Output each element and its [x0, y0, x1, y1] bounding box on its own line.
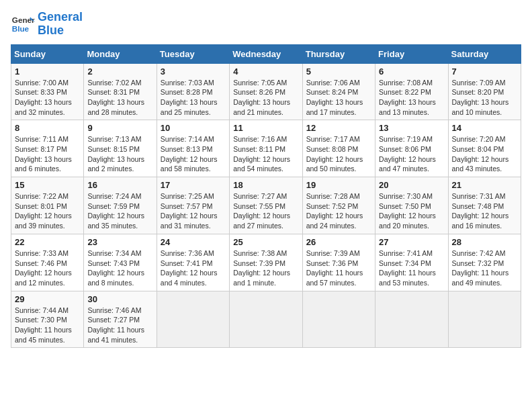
calendar-cell: 30Sunrise: 7:46 AMSunset: 7:27 PMDayligh… [84, 291, 157, 348]
col-friday: Friday [375, 44, 448, 63]
calendar-table: Sunday Monday Tuesday Wednesday Thursday… [11, 44, 521, 349]
calendar-cell: 5Sunrise: 7:06 AMSunset: 8:24 PMDaylight… [302, 63, 375, 120]
col-thursday: Thursday [302, 44, 375, 63]
cell-info: Sunrise: 7:03 AMSunset: 8:28 PMDaylight:… [161, 79, 218, 116]
calendar-cell: 8Sunrise: 7:11 AMSunset: 8:17 PMDaylight… [11, 120, 84, 177]
col-saturday: Saturday [448, 44, 521, 63]
cell-info: Sunrise: 7:06 AMSunset: 8:24 PMDaylight:… [306, 79, 363, 116]
calendar-cell [230, 291, 302, 348]
calendar-cell [448, 291, 521, 348]
cell-info: Sunrise: 7:20 AMSunset: 8:04 PMDaylight:… [452, 135, 509, 173]
day-number: 16 [87, 180, 152, 190]
calendar-cell [375, 291, 448, 348]
cell-info: Sunrise: 7:46 AMSunset: 7:27 PMDaylight:… [87, 306, 144, 344]
header-row: Sunday Monday Tuesday Wednesday Thursday… [11, 44, 521, 63]
day-number: 1 [15, 66, 80, 77]
cell-info: Sunrise: 7:00 AMSunset: 8:33 PMDaylight:… [15, 79, 72, 116]
logo: General Blue GeneralBlue [11, 11, 83, 38]
cell-info: Sunrise: 7:13 AMSunset: 8:15 PMDaylight:… [87, 135, 144, 173]
cell-info: Sunrise: 7:25 AMSunset: 7:57 PMDaylight:… [161, 192, 218, 230]
day-number: 29 [15, 294, 80, 304]
calendar-cell: 7Sunrise: 7:09 AMSunset: 8:20 PMDaylight… [448, 63, 521, 120]
calendar-cell: 15Sunrise: 7:22 AMSunset: 8:01 PMDayligh… [11, 177, 84, 234]
day-number: 8 [15, 123, 80, 133]
cell-info: Sunrise: 7:09 AMSunset: 8:20 PMDaylight:… [452, 79, 509, 116]
calendar-week-2: 8Sunrise: 7:11 AMSunset: 8:17 PMDaylight… [11, 120, 521, 177]
cell-info: Sunrise: 7:16 AMSunset: 8:11 PMDaylight:… [233, 135, 290, 173]
calendar-cell: 17Sunrise: 7:25 AMSunset: 7:57 PMDayligh… [157, 177, 229, 234]
day-number: 12 [306, 123, 371, 133]
calendar-cell: 29Sunrise: 7:44 AMSunset: 7:30 PMDayligh… [11, 291, 84, 348]
col-tuesday: Tuesday [157, 44, 229, 63]
calendar-cell: 24Sunrise: 7:36 AMSunset: 7:41 PMDayligh… [157, 234, 229, 291]
day-number: 19 [306, 180, 371, 190]
cell-info: Sunrise: 7:17 AMSunset: 8:08 PMDaylight:… [306, 135, 363, 173]
calendar-cell: 13Sunrise: 7:19 AMSunset: 8:06 PMDayligh… [375, 120, 448, 177]
calendar-cell: 10Sunrise: 7:14 AMSunset: 8:13 PMDayligh… [157, 120, 229, 177]
calendar-week-1: 1Sunrise: 7:00 AMSunset: 8:33 PMDaylight… [11, 63, 521, 120]
day-number: 10 [161, 123, 226, 133]
cell-info: Sunrise: 7:24 AMSunset: 7:59 PMDaylight:… [87, 192, 144, 230]
calendar-cell: 2Sunrise: 7:02 AMSunset: 8:31 PMDaylight… [84, 63, 157, 120]
calendar-cell: 6Sunrise: 7:08 AMSunset: 8:22 PMDaylight… [375, 63, 448, 120]
cell-info: Sunrise: 7:36 AMSunset: 7:41 PMDaylight:… [161, 249, 218, 287]
col-monday: Monday [84, 44, 157, 63]
calendar-cell: 22Sunrise: 7:33 AMSunset: 7:46 PMDayligh… [11, 234, 84, 291]
calendar-cell: 9Sunrise: 7:13 AMSunset: 8:15 PMDaylight… [84, 120, 157, 177]
calendar-cell: 19Sunrise: 7:28 AMSunset: 7:52 PMDayligh… [302, 177, 375, 234]
cell-info: Sunrise: 7:19 AMSunset: 8:06 PMDaylight:… [379, 135, 436, 173]
calendar-cell [157, 291, 229, 348]
day-number: 27 [379, 237, 444, 247]
day-number: 4 [233, 66, 298, 77]
day-number: 23 [87, 237, 152, 247]
cell-info: Sunrise: 7:05 AMSunset: 8:26 PMDaylight:… [233, 79, 290, 116]
calendar-week-4: 22Sunrise: 7:33 AMSunset: 7:46 PMDayligh… [11, 234, 521, 291]
day-number: 3 [161, 66, 226, 77]
day-number: 6 [379, 66, 444, 77]
calendar-cell: 25Sunrise: 7:38 AMSunset: 7:39 PMDayligh… [230, 234, 302, 291]
cell-info: Sunrise: 7:38 AMSunset: 7:39 PMDaylight:… [233, 249, 290, 287]
cell-info: Sunrise: 7:31 AMSunset: 7:48 PMDaylight:… [452, 192, 509, 230]
day-number: 24 [161, 237, 226, 247]
cell-info: Sunrise: 7:08 AMSunset: 8:22 PMDaylight:… [379, 79, 436, 116]
day-number: 18 [233, 180, 298, 190]
day-number: 26 [306, 237, 371, 247]
calendar-week-5: 29Sunrise: 7:44 AMSunset: 7:30 PMDayligh… [11, 291, 521, 348]
calendar-cell: 21Sunrise: 7:31 AMSunset: 7:48 PMDayligh… [448, 177, 521, 234]
cell-info: Sunrise: 7:30 AMSunset: 7:50 PMDaylight:… [379, 192, 436, 230]
cell-info: Sunrise: 7:42 AMSunset: 7:32 PMDaylight:… [452, 249, 509, 287]
logo-text: GeneralBlue [38, 11, 83, 38]
calendar-cell: 23Sunrise: 7:34 AMSunset: 7:43 PMDayligh… [84, 234, 157, 291]
day-number: 5 [306, 66, 371, 77]
calendar-cell: 28Sunrise: 7:42 AMSunset: 7:32 PMDayligh… [448, 234, 521, 291]
day-number: 22 [15, 237, 80, 247]
day-number: 14 [452, 123, 517, 133]
logo-icon: General Blue [11, 12, 35, 36]
calendar-cell: 11Sunrise: 7:16 AMSunset: 8:11 PMDayligh… [230, 120, 302, 177]
cell-info: Sunrise: 7:41 AMSunset: 7:34 PMDaylight:… [379, 249, 436, 287]
day-number: 25 [233, 237, 298, 247]
cell-info: Sunrise: 7:02 AMSunset: 8:31 PMDaylight:… [87, 79, 144, 116]
day-number: 13 [379, 123, 444, 133]
calendar-cell: 27Sunrise: 7:41 AMSunset: 7:34 PMDayligh… [375, 234, 448, 291]
calendar-cell: 18Sunrise: 7:27 AMSunset: 7:55 PMDayligh… [230, 177, 302, 234]
day-number: 7 [452, 66, 517, 77]
cell-info: Sunrise: 7:28 AMSunset: 7:52 PMDaylight:… [306, 192, 363, 230]
day-number: 11 [233, 123, 298, 133]
day-number: 15 [15, 180, 80, 190]
col-sunday: Sunday [11, 44, 84, 63]
cell-info: Sunrise: 7:44 AMSunset: 7:30 PMDaylight:… [15, 306, 72, 344]
calendar-cell: 20Sunrise: 7:30 AMSunset: 7:50 PMDayligh… [375, 177, 448, 234]
cell-info: Sunrise: 7:33 AMSunset: 7:46 PMDaylight:… [15, 249, 72, 287]
page-header: General Blue GeneralBlue [11, 11, 521, 38]
cell-info: Sunrise: 7:22 AMSunset: 8:01 PMDaylight:… [15, 192, 72, 230]
calendar-cell: 14Sunrise: 7:20 AMSunset: 8:04 PMDayligh… [448, 120, 521, 177]
cell-info: Sunrise: 7:14 AMSunset: 8:13 PMDaylight:… [161, 135, 218, 173]
calendar-week-3: 15Sunrise: 7:22 AMSunset: 8:01 PMDayligh… [11, 177, 521, 234]
day-number: 20 [379, 180, 444, 190]
calendar-cell: 3Sunrise: 7:03 AMSunset: 8:28 PMDaylight… [157, 63, 229, 120]
day-number: 17 [161, 180, 226, 190]
cell-info: Sunrise: 7:11 AMSunset: 8:17 PMDaylight:… [15, 135, 72, 173]
day-number: 9 [87, 123, 152, 133]
calendar-cell [302, 291, 375, 348]
